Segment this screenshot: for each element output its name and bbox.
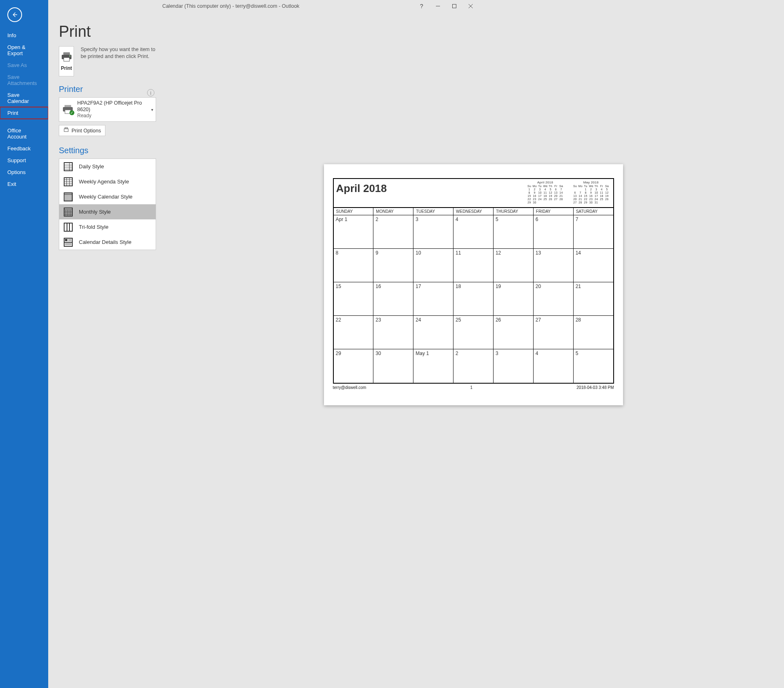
nav-item-options[interactable]: Options — [0, 166, 48, 178]
style-icon — [63, 222, 73, 232]
minimize-icon[interactable] — [430, 0, 446, 12]
nav-item-exit[interactable]: Exit — [0, 178, 48, 190]
printer-dropdown[interactable]: ✓ HPA2F9A2 (HP Officejet Pro 8620) Ready… — [59, 97, 156, 122]
help-icon[interactable]: ? — [413, 0, 430, 12]
dow-cell: WEDNESDAY — [453, 208, 480, 215]
calendar-day: 30 — [373, 349, 413, 383]
backstage-nav: InfoOpen & ExportSave AsSave Attachments… — [0, 0, 48, 421]
printer-section-label: Printer — [59, 85, 156, 94]
nav-item-save-as: Save As — [0, 59, 48, 71]
calendar-day: 16 — [373, 282, 413, 315]
svg-rect-14 — [64, 163, 72, 171]
calendar-day: 24 — [413, 316, 453, 349]
dow-cell: TUESDAY — [413, 208, 453, 215]
svg-point-8 — [69, 55, 70, 56]
nav-item-support[interactable]: Support — [0, 154, 48, 166]
svg-rect-12 — [64, 129, 68, 132]
calendar-day: 3 — [413, 215, 453, 248]
style-icon — [63, 192, 73, 202]
style-label: Daily Style — [79, 163, 104, 170]
printer-glyph: ✓ — [63, 105, 73, 114]
day-of-week-header: SUNDAYMONDAYTUESDAYWEDNESDAYTHURSDAYFRID… — [334, 208, 481, 215]
svg-rect-7 — [64, 58, 69, 61]
calendar-title: April 2018 — [334, 179, 481, 207]
print-button-label: Print — [61, 65, 72, 71]
calendar-day: 2 — [373, 215, 413, 248]
style-label: Tri-fold Style — [79, 224, 108, 230]
footer-email: terry@diswell.com — [333, 385, 366, 390]
print-preview-pane: April 2018 April 2018SuMoTuWeThFrSa12345… — [163, 12, 480, 421]
calendar-day: 29 — [334, 349, 374, 383]
preview-page: April 2018 April 2018SuMoTuWeThFrSa12345… — [324, 164, 481, 405]
nav-item-info[interactable]: Info — [0, 29, 48, 41]
footer-page: 1 — [470, 385, 473, 390]
style-icon — [63, 162, 73, 172]
nav-item-save-calendar[interactable]: Save Calendar — [0, 89, 48, 107]
calendar-week: 15161718192021 — [334, 282, 481, 316]
content: Print Print Specify how you want the ite… — [48, 12, 480, 421]
print-button[interactable]: Print — [59, 46, 74, 76]
window-title: Calendar (This computer only) - terry@di… — [48, 3, 413, 9]
calendar-day: May 1 — [413, 349, 453, 383]
calendar-day: 22 — [334, 316, 374, 349]
settings-section-label: Settings — [59, 146, 156, 155]
style-weekly-agenda-style[interactable]: Weekly Agenda Style — [59, 174, 156, 189]
style-icon — [63, 207, 73, 217]
close-icon[interactable] — [462, 0, 479, 12]
info-icon[interactable]: i — [147, 89, 154, 96]
style-daily-style[interactable]: Daily Style — [59, 159, 156, 174]
svg-rect-33 — [64, 208, 72, 216]
calendar-day: 4 — [453, 215, 480, 248]
dow-cell: SUNDAY — [334, 208, 374, 215]
print-description: Specify how you want the item to be prin… — [80, 46, 156, 60]
nav-item-office-account[interactable]: Office Account — [0, 125, 48, 143]
calendar-day: 17 — [413, 282, 453, 315]
printer-icon — [61, 52, 72, 63]
nav-item-open-export[interactable]: Open & Export — [0, 41, 48, 59]
style-icon — [63, 237, 73, 247]
calendar-day: Apr 1 — [334, 215, 374, 248]
svg-rect-9 — [65, 105, 71, 107]
calendar-day: 15 — [334, 282, 374, 315]
svg-rect-42 — [64, 223, 72, 231]
print-styles-list: Daily StyleWeekly Agenda StyleWeekly Cal… — [59, 159, 156, 250]
nav-item-feedback[interactable]: Feedback — [0, 143, 48, 154]
style-monthly-style[interactable]: Monthly Style — [59, 204, 156, 219]
print-options-icon — [63, 127, 69, 134]
printer-status: Ready — [77, 113, 152, 119]
style-label: Weekly Agenda Style — [79, 179, 129, 185]
style-label: Weekly Calendar Style — [79, 194, 132, 200]
calendar-day: 18 — [453, 282, 480, 315]
back-button[interactable] — [7, 7, 22, 22]
style-label: Monthly Style — [79, 209, 111, 215]
print-options-button[interactable]: Print Options — [59, 125, 105, 136]
check-icon: ✓ — [69, 110, 74, 115]
nav-item-print[interactable]: Print — [0, 107, 48, 119]
dow-cell: MONDAY — [373, 208, 413, 215]
style-tri-fold-style[interactable]: Tri-fold Style — [59, 219, 156, 235]
calendar-week: Apr 1234567 — [334, 215, 481, 249]
maximize-icon[interactable] — [446, 0, 462, 12]
page-title: Print — [59, 23, 156, 40]
print-options-label: Print Options — [71, 128, 101, 134]
titlebar: Calendar (This computer only) - terry@di… — [0, 0, 480, 12]
calendar-week: 891011121314 — [334, 249, 481, 282]
svg-rect-5 — [63, 52, 70, 55]
printer-name: HPA2F9A2 (HP Officejet Pro 8620) — [77, 100, 152, 113]
calendar-day: 23 — [373, 316, 413, 349]
calendar-day: 25 — [453, 316, 480, 349]
svg-rect-1 — [453, 4, 456, 8]
calendar-day: 9 — [373, 249, 413, 282]
calendar-week: 2930May 12345 — [334, 349, 481, 383]
style-weekly-calendar-style[interactable]: Weekly Calendar Style — [59, 189, 156, 204]
nav-item-save-attachments: Save Attachments — [0, 71, 48, 89]
calendar-day: 8 — [334, 249, 374, 282]
style-calendar-details-style[interactable]: Calendar Details Style — [59, 235, 156, 250]
calendar-day: 2 — [453, 349, 480, 383]
svg-rect-13 — [65, 127, 67, 129]
svg-rect-47 — [65, 239, 67, 241]
calendar-day: 10 — [413, 249, 453, 282]
chevron-down-icon: ▾ — [151, 107, 153, 112]
calendar-grid: Apr 123456789101112131415161718192021222… — [334, 215, 481, 383]
calendar-day: 11 — [453, 249, 480, 282]
